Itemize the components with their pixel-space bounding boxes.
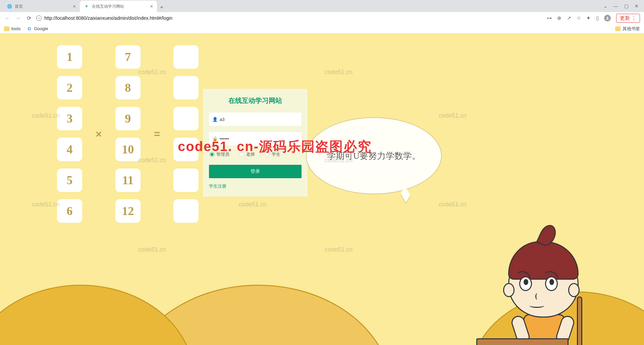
username-group[interactable]: 👤 [209, 113, 302, 126]
lock-icon: 🔒 [212, 136, 217, 141]
number-card[interactable] [173, 45, 199, 69]
radio-icon [210, 152, 214, 157]
maximize-icon[interactable]: ▢ [624, 3, 629, 9]
role-radio[interactable]: 管理员 [210, 151, 229, 157]
close-icon[interactable]: × [150, 4, 153, 9]
password-input[interactable] [220, 136, 298, 141]
close-window-icon[interactable]: ✕ [635, 3, 639, 9]
star-icon[interactable]: ☆ [577, 15, 581, 21]
cartoon-character [500, 228, 604, 345]
role-label: 学生 [272, 151, 280, 157]
tab-title: 在线互动学习网站 [92, 4, 124, 9]
radio-icon [265, 152, 270, 157]
chevron-down-icon[interactable]: ⌄ [603, 3, 607, 9]
url-box[interactable]: i http://localhost:8080/zaixianxuexi/adm… [36, 15, 543, 21]
number-card[interactable]: 3 [57, 107, 82, 130]
share-icon[interactable]: ↗ [567, 15, 571, 21]
folder-icon [4, 26, 9, 31]
speech-bubble: 学期可U要努力学数学。 [306, 117, 442, 194]
number-card[interactable] [173, 107, 199, 130]
tabs-bar: 🌐 首页 × ▼ 在线互动学习网站 × + ⌄ — ▢ ✕ [0, 0, 644, 12]
bookmark-label: tools [11, 26, 20, 31]
number-card[interactable]: 1 [57, 45, 82, 69]
number-card[interactable]: 5 [57, 168, 82, 192]
register-link[interactable]: 学生注册 [209, 184, 226, 189]
number-card[interactable]: 6 [57, 199, 82, 223]
role-label: 老师 [246, 151, 255, 157]
radio-icon [239, 152, 244, 157]
info-icon[interactable]: i [36, 15, 42, 21]
update-label: 更新 [620, 15, 630, 21]
new-tab-button[interactable]: + [157, 3, 166, 12]
browser-tab-active[interactable]: ▼ 在线互动学习网站 × [80, 1, 157, 12]
watermark: code51.cn [32, 112, 60, 119]
bookmark-label: Google [34, 26, 48, 31]
number-card[interactable]: 9 [115, 107, 141, 130]
extensions-icon[interactable]: ✦ [586, 15, 591, 21]
browser-tab[interactable]: 🌐 首页 × [3, 1, 80, 12]
globe-icon: 🌐 [7, 4, 12, 9]
watermark: code51.cn [32, 201, 60, 208]
number-card[interactable] [173, 199, 199, 223]
math-grid: 123456 × 789101112 = [57, 45, 199, 223]
other-bookmarks[interactable]: 其他书签 [615, 26, 640, 32]
role-radio[interactable]: 学生 [265, 151, 280, 157]
close-icon[interactable]: × [73, 4, 76, 9]
bookmark-google[interactable]: G Google [26, 26, 48, 31]
number-card[interactable]: 11 [115, 168, 141, 192]
number-card[interactable]: 2 [57, 76, 82, 99]
user-icon: 👤 [212, 117, 217, 122]
role-label: 管理员 [216, 151, 229, 157]
window-controls: ⌄ — ▢ ✕ [603, 0, 644, 12]
login-title: 在线互动学习网站 [209, 96, 302, 105]
profile-icon[interactable] [604, 15, 611, 21]
bubble-text: 学期可U要努力学数学。 [327, 150, 421, 162]
number-card[interactable] [173, 168, 199, 192]
number-card[interactable] [173, 76, 199, 99]
folder-icon [615, 26, 621, 31]
bookmark-bar: tools G Google 其他书签 [0, 24, 644, 33]
role-radio[interactable]: 老师 [239, 151, 255, 157]
password-group[interactable]: 🔒 [209, 132, 302, 145]
number-card[interactable] [173, 138, 199, 161]
bookmark-tools[interactable]: tools [4, 26, 20, 31]
number-card[interactable]: 4 [57, 138, 82, 161]
number-card[interactable]: 12 [115, 199, 141, 223]
menu-icon: ⋮ [631, 15, 636, 21]
key-icon[interactable]: ⊶ [547, 15, 552, 21]
watermark: code51.cn [439, 201, 467, 208]
username-input[interactable] [220, 117, 298, 122]
watermark: code51.cn [239, 201, 267, 208]
back-icon[interactable]: ← [4, 15, 11, 21]
watermark: code51.cn [439, 112, 467, 119]
login-button[interactable]: 登录 [209, 165, 302, 178]
panel-icon[interactable]: ▯ [596, 15, 599, 21]
login-panel: 在线互动学习网站 👤 🔒 管理员老师学生 登录 学生注册 [203, 89, 308, 197]
number-card[interactable]: 7 [115, 45, 141, 69]
vue-icon: ▼ [84, 4, 89, 9]
times-operator: × [92, 128, 105, 140]
url-text: http://localhost:8080/zaixianxuexi/admin… [44, 15, 172, 21]
browser-action-icons: ⊶ ⊕ ↗ ☆ ✦ ▯ 更新 ⋮ [547, 14, 640, 23]
minimize-icon[interactable]: — [613, 3, 618, 9]
equals-operator: = [151, 128, 164, 140]
zoom-icon[interactable]: ⊕ [557, 15, 561, 21]
browser-chrome: 🌐 首页 × ▼ 在线互动学习网站 × + ⌄ — ▢ ✕ ← → ⟳ i ht… [0, 0, 644, 33]
number-card[interactable]: 8 [115, 76, 141, 99]
watermark: code51.cn [325, 69, 353, 76]
page-content: 123456 × 789101112 = 在线互动学习网站 👤 🔒 管理员老师学… [0, 33, 644, 345]
update-button[interactable]: 更新 ⋮ [616, 14, 640, 23]
role-radio-group: 管理员老师学生 [209, 151, 302, 157]
forward-icon[interactable]: → [15, 15, 21, 21]
address-bar: ← → ⟳ i http://localhost:8080/zaixianxue… [0, 12, 644, 24]
reload-icon[interactable]: ⟳ [25, 15, 32, 21]
svg-point-0 [607, 17, 608, 18]
number-card[interactable]: 10 [115, 138, 141, 161]
bookmark-label: 其他书签 [623, 26, 640, 32]
tab-title: 首页 [15, 4, 23, 9]
google-icon: G [26, 26, 32, 31]
